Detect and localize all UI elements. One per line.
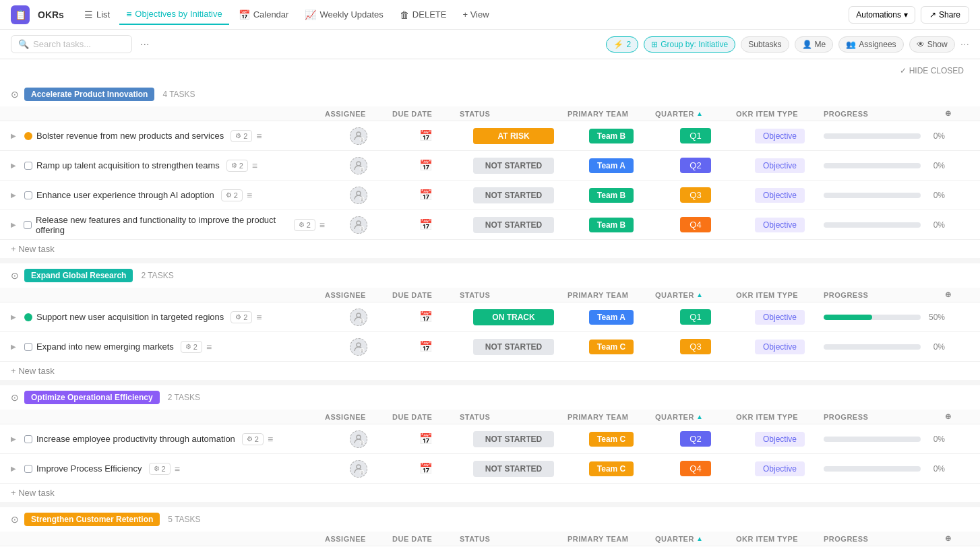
filter-count-chip[interactable]: ⚡ 2	[606, 36, 638, 53]
calendar-icon[interactable]: 📅	[419, 311, 433, 323]
group-by-chip[interactable]: ⊞ Group by: Initiative	[644, 36, 735, 53]
calendar-icon[interactable]: 📅	[419, 218, 433, 231]
assignee-avatar[interactable]: +	[350, 187, 367, 204]
task-menu-icon[interactable]: ≡	[256, 312, 262, 323]
col-okr-type: OKR ITEM TYPE	[736, 534, 824, 543]
task-subtask-count[interactable]: ⚙ 2	[181, 341, 202, 353]
table-row[interactable]: ▶ Bolster revenue from new products and …	[0, 121, 980, 151]
task-menu-icon[interactable]: ≡	[206, 342, 212, 352]
search-box[interactable]: 🔍 Search tasks...	[11, 35, 132, 53]
tab-delete[interactable]: 🗑 DELETE	[393, 5, 454, 24]
task-name-cell: ▶ Support new user acquisition in target…	[11, 311, 325, 323]
collapse-button[interactable]: ⊙	[11, 270, 19, 281]
team-cell: Team C	[568, 461, 655, 476]
subtasks-chip[interactable]: Subtasks	[741, 36, 789, 53]
assignee-avatar[interactable]: +	[350, 216, 367, 234]
expand-arrow[interactable]: ▶	[11, 221, 20, 228]
show-chip[interactable]: 👁 Show	[909, 36, 955, 53]
new-task-button[interactable]: + New task	[0, 362, 980, 380]
calendar-icon[interactable]: 📅	[419, 129, 433, 142]
col-add[interactable]: ⊕	[945, 534, 969, 543]
task-menu-icon[interactable]: ≡	[268, 434, 273, 445]
assignee-cell: +	[325, 460, 392, 478]
table-row[interactable]: ▶ Release new features and functionality…	[0, 210, 980, 240]
task-subtask-count[interactable]: ⚙ 2	[221, 189, 243, 201]
initiative-header-expand-global-research: ⊙ Expand Global Research 2 TASKS	[0, 263, 980, 288]
calendar-icon[interactable]: 📅	[419, 340, 433, 353]
svg-text:+: +	[361, 197, 363, 201]
more-filter-icon[interactable]: ···	[960, 38, 969, 51]
table-row[interactable]: ▶ Enhance user experience through AI ado…	[0, 181, 980, 210]
task-subtask-count[interactable]: ⚙ 2	[231, 130, 252, 142]
expand-arrow[interactable]: ▶	[11, 162, 20, 169]
more-options-button[interactable]: ···	[140, 38, 149, 51]
sort-icon: ▲	[696, 291, 703, 298]
task-subtask-count[interactable]: ⚙ 2	[231, 311, 252, 323]
table-row[interactable]: ▶ Increase employee productivity through…	[0, 424, 980, 454]
automations-button[interactable]: Automations ▾	[849, 6, 915, 24]
quarter-cell: Q2	[655, 158, 736, 173]
col-task-name	[11, 109, 325, 118]
filter-icon: ⚡	[613, 40, 623, 49]
quarter-cell: Q3	[655, 187, 736, 203]
calendar-icon[interactable]: 📅	[419, 432, 433, 445]
task-count: 2 TASKS	[168, 393, 200, 402]
expand-arrow[interactable]: ▶	[11, 132, 20, 139]
subtask-icon: ⚙	[226, 191, 232, 199]
tab-view[interactable]: + View	[456, 5, 495, 24]
column-headers: ASSIGNEE DUE DATE STATUS PRIMARY TEAM QU…	[0, 410, 980, 424]
calendar-icon[interactable]: 📅	[419, 462, 433, 475]
share-button[interactable]: ↗ Share	[921, 6, 969, 24]
due-date-cell: 📅	[392, 159, 460, 172]
collapse-button[interactable]: ⊙	[11, 514, 19, 525]
new-task-button[interactable]: + New task	[0, 240, 980, 258]
col-add[interactable]: ⊕	[945, 109, 969, 118]
task-menu-icon[interactable]: ≡	[175, 463, 180, 474]
hide-closed-toggle[interactable]: ✓ HIDE CLOSED	[894, 63, 969, 78]
expand-arrow[interactable]: ▶	[11, 465, 20, 472]
table-row[interactable]: ▶ Expand into new emerging markets ⚙ 2 ≡…	[0, 332, 980, 362]
progress-percentage: 0%	[926, 191, 945, 200]
assignee-avatar[interactable]: +	[350, 338, 367, 356]
assignee-avatar[interactable]: +	[350, 157, 367, 174]
task-subtask-count[interactable]: ⚙ 2	[242, 433, 264, 445]
expand-arrow[interactable]: ▶	[11, 435, 20, 443]
collapse-button[interactable]: ⊙	[11, 392, 19, 403]
table-row[interactable]: ▶ Support new user acquisition in target…	[0, 302, 980, 332]
tab-calendar[interactable]: 📅 Calendar	[232, 5, 296, 24]
task-menu-icon[interactable]: ≡	[256, 131, 262, 141]
calendar-icon[interactable]: 📅	[419, 159, 433, 172]
table-row[interactable]: ▶ Improve Process Efficiency ⚙ 2 ≡ + 📅 N…	[0, 454, 980, 484]
collapse-button[interactable]: ⊙	[11, 89, 19, 100]
col-assignee: ASSIGNEE	[325, 534, 392, 543]
col-add[interactable]: ⊕	[945, 290, 969, 299]
task-menu-icon[interactable]: ≡	[252, 160, 257, 171]
assignee-avatar[interactable]: +	[350, 460, 367, 478]
assignee-avatar[interactable]: +	[350, 430, 367, 448]
task-menu-icon[interactable]: ≡	[319, 220, 325, 230]
task-subtask-count[interactable]: ⚙ 2	[226, 160, 248, 172]
tab-weekly-updates[interactable]: 📈 Weekly Updates	[298, 5, 390, 24]
assignee-avatar[interactable]: +	[350, 309, 367, 326]
task-menu-icon[interactable]: ≡	[247, 190, 252, 201]
expand-arrow[interactable]: ▶	[11, 343, 20, 350]
status-badge: NOT STARTED	[473, 461, 554, 477]
me-chip[interactable]: 👤 Me	[795, 36, 834, 53]
progress-bar-background	[824, 193, 921, 198]
task-subtask-count[interactable]: ⚙ 2	[294, 219, 315, 231]
expand-arrow[interactable]: ▶	[11, 313, 20, 321]
calendar-icon[interactable]: 📅	[419, 189, 433, 201]
expand-arrow[interactable]: ▶	[11, 191, 20, 199]
assignee-avatar[interactable]: +	[350, 127, 367, 145]
tab-objectives-by-initiative[interactable]: ≡ Objectives by Initiative	[119, 5, 229, 25]
assignees-chip[interactable]: 👥 Assignees	[838, 36, 903, 53]
table-row[interactable]: ▶ Ramp up talent acquisition to strength…	[0, 151, 980, 181]
team-badge: Team C	[589, 432, 634, 447]
assignee-cell: +	[325, 430, 392, 448]
col-add[interactable]: ⊕	[945, 412, 969, 421]
new-task-button[interactable]: + New task	[0, 484, 980, 502]
task-subtask-count[interactable]: ⚙ 2	[149, 463, 171, 475]
nav-right: Automations ▾ ↗ Share	[849, 6, 969, 24]
tab-list[interactable]: ☰ List	[78, 5, 117, 24]
col-quarter: QUARTER ▲	[655, 534, 736, 543]
